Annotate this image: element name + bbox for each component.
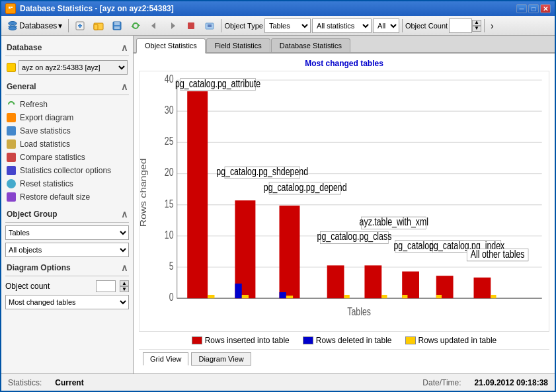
- sidebar-item-export[interactable]: Export diagram: [5, 111, 129, 124]
- sidebar-item-save[interactable]: Save statistics: [5, 124, 129, 137]
- sidebar-item-refresh[interactable]: Refresh: [5, 98, 129, 111]
- statistics-filter-select[interactable]: All statistics: [312, 19, 372, 33]
- toolbar-btn-7[interactable]: [182, 19, 200, 33]
- legend-color-deleted: [303, 336, 313, 344]
- sidebar-spin-up[interactable]: ▲: [120, 280, 129, 286]
- toolbar-btn-1[interactable]: [71, 19, 89, 33]
- tables-dropdown[interactable]: Tables: [5, 225, 129, 240]
- legend-label-deleted: Rows deleted in table: [316, 336, 392, 345]
- toolbar-scroll-right[interactable]: ›: [487, 19, 497, 33]
- sidebar-spin-down[interactable]: ▼: [120, 286, 129, 292]
- view-buttons: Grid View Diagram View: [139, 349, 549, 368]
- toolbar-btn-6[interactable]: [164, 19, 181, 33]
- statistics-status-value: Current: [55, 378, 83, 387]
- svg-rect-9: [94, 24, 98, 30]
- diagram-view-button[interactable]: Diagram View: [191, 352, 251, 366]
- bar-1-inserted: [187, 91, 208, 298]
- statistics-range-select[interactable]: All: [373, 19, 399, 33]
- svg-text:Tables: Tables: [347, 306, 371, 318]
- bar-3-updated: [286, 295, 293, 298]
- databases-button[interactable]: Databases ▾: [4, 19, 65, 33]
- databases-label: Databases: [19, 21, 57, 30]
- object-type-label: Object Type: [224, 22, 263, 30]
- svg-marker-16: [171, 22, 175, 29]
- compare-icon: [7, 153, 16, 162]
- toolbar-btn-5[interactable]: [145, 19, 163, 33]
- database-collapse-btn[interactable]: ∧: [121, 42, 128, 53]
- object-type-select[interactable]: Tables: [264, 19, 311, 33]
- tab-database-statistics[interactable]: Database Statistics: [271, 38, 350, 52]
- restore-label: Restore default size: [20, 192, 90, 202]
- svg-text:pg_catalog.pg_shdepend: pg_catalog.pg_shdepend: [216, 166, 308, 178]
- svg-rect-17: [188, 22, 194, 29]
- sidebar-item-reset[interactable]: Reset statistics: [5, 177, 129, 190]
- sidebar-item-collector[interactable]: Statistics collector options: [5, 164, 129, 177]
- legend-color-inserted: [192, 336, 202, 344]
- refresh-label: Refresh: [20, 100, 48, 109]
- export-icon: [7, 113, 16, 122]
- spin-down[interactable]: ▼: [472, 26, 481, 32]
- sidebar-item-restore[interactable]: Restore default size: [5, 190, 129, 204]
- svg-text:30: 30: [165, 104, 174, 116]
- close-button[interactable]: ✕: [540, 4, 551, 13]
- bar-1-updated: [208, 295, 214, 298]
- svg-text:25: 25: [165, 136, 174, 147]
- sidebar-spin-buttons: ▲ ▼: [120, 280, 129, 292]
- database-select[interactable]: ayz on ayz2:54383 [ayz]: [19, 60, 128, 75]
- object-group-collapse-btn[interactable]: ∧: [121, 209, 128, 219]
- svg-text:40: 40: [165, 73, 174, 85]
- toolbar-btn-8[interactable]: [201, 19, 218, 33]
- svg-text:pg_catalog.pg_depend: pg_catalog.pg_depend: [264, 181, 347, 193]
- statistics-status-label: Statistics:: [8, 378, 42, 387]
- refresh-icon: [130, 20, 141, 31]
- datetime-status-value: 21.09.2012 09:18:38: [475, 378, 548, 387]
- diagram-options-section: Diagram Options ∧ Object count 7 ▲ ▼ Mos…: [5, 260, 129, 309]
- legend-item-updated: Rows updated in table: [405, 336, 497, 345]
- sidebar-item-load[interactable]: Load statistics: [5, 137, 129, 151]
- collector-label: Statistics collector options: [20, 166, 111, 175]
- svg-rect-11: [114, 22, 120, 25]
- object-count-row: Object count 7 ▲ ▼: [5, 279, 129, 294]
- app-icon: [5, 3, 16, 14]
- load-icon: [7, 139, 16, 149]
- bar-3-inserted: [279, 206, 299, 298]
- svg-point-3: [9, 21, 17, 24]
- object-group-section-header: Object Group ∧: [5, 206, 129, 223]
- grid-view-button[interactable]: Grid View: [143, 352, 188, 366]
- object-count-input[interactable]: 7: [449, 19, 472, 33]
- sidebar-item-compare[interactable]: Compare statistics: [5, 151, 129, 164]
- load-label: Load statistics: [20, 139, 70, 149]
- svg-marker-13: [138, 24, 140, 26]
- svg-marker-14: [131, 26, 133, 28]
- all-objects-dropdown[interactable]: All objects: [5, 243, 129, 257]
- svg-rect-1: [9, 7, 11, 9]
- minimize-button[interactable]: ─: [516, 4, 527, 13]
- svg-text:pg_catalog.pg_class: pg_catalog.pg_class: [317, 231, 392, 243]
- object-count-field[interactable]: 7: [96, 280, 116, 292]
- separator-3: [402, 19, 403, 32]
- svg-rect-2: [11, 7, 13, 8]
- separator-2: [221, 19, 221, 32]
- tab-object-statistics[interactable]: Object Statistics: [136, 38, 206, 54]
- bar-5-inserted: [364, 265, 381, 298]
- refresh-icon: [7, 100, 16, 109]
- object-count-label: Object Count: [405, 22, 448, 30]
- legend-item-inserted: Rows inserted into table: [192, 336, 290, 345]
- svg-text:All other tables: All other tables: [471, 248, 525, 260]
- diagram-type-select[interactable]: Most changed tables Most inserted tables…: [5, 295, 129, 309]
- maximize-button[interactable]: □: [528, 4, 539, 13]
- general-collapse-btn[interactable]: ∧: [121, 81, 128, 92]
- toolbar-btn-4[interactable]: [127, 19, 144, 33]
- legend-label-updated: Rows updated in table: [418, 336, 497, 345]
- database-icon-small: [7, 63, 16, 72]
- stop-icon: [186, 20, 196, 31]
- svg-text:pg_catalog.pg_attribute: pg_catalog.pg_attribute: [175, 77, 260, 89]
- bar-2-updated: [242, 295, 249, 298]
- tab-field-statistics[interactable]: Field Statistics: [206, 38, 270, 52]
- toolbar-btn-2[interactable]: [90, 19, 107, 33]
- diagram-options-collapse-btn[interactable]: ∧: [121, 262, 128, 273]
- object-group-section: Object Group ∧ Tables All objects: [5, 206, 129, 257]
- bar-chart: 0 5 10 15 20 25 30 40 Rows changed Table…: [139, 71, 549, 331]
- reset-label: Reset statistics: [20, 179, 73, 188]
- toolbar-btn-3[interactable]: [108, 19, 126, 33]
